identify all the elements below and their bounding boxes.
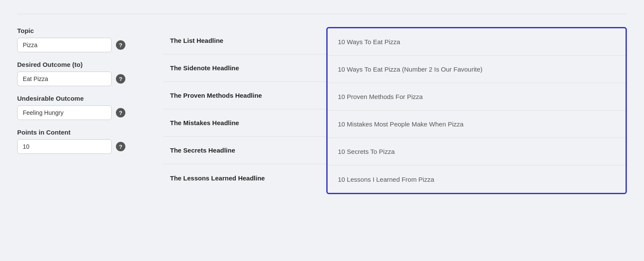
row-label-4: The Secrets Headline — [163, 137, 326, 164]
left-panel: Topic?Desired Outcome (to)?Undesirable O… — [17, 27, 137, 154]
label-desired_outcome: Desired Outcome (to) — [17, 61, 137, 68]
page-wrapper: Topic?Desired Outcome (to)?Undesirable O… — [0, 0, 644, 203]
row-label-1: The Sidenote Headline — [163, 54, 326, 82]
field-row-points_in_content: ? — [17, 139, 137, 154]
row-value-1: 10 Ways To Eat Pizza (Number 2 Is Our Fa… — [328, 56, 626, 83]
help-icon-points_in_content[interactable]: ? — [116, 142, 125, 151]
row-value-0: 10 Ways To Eat Pizza — [328, 28, 626, 56]
input-points_in_content[interactable] — [17, 139, 112, 154]
field-group-undesirable_outcome: Undesirable Outcome? — [17, 95, 137, 120]
label-points_in_content: Points in Content — [17, 129, 137, 136]
values-column: 10 Ways To Eat Pizza10 Ways To Eat Pizza… — [326, 27, 627, 194]
row-value-3: 10 Mistakes Most People Make When Pizza — [328, 111, 626, 138]
right-panel: The List HeadlineThe Sidenote HeadlineTh… — [163, 27, 627, 194]
row-label-5: The Lessons Learned Headline — [163, 164, 326, 192]
rows-wrapper: The List HeadlineThe Sidenote HeadlineTh… — [163, 27, 627, 194]
input-undesirable_outcome[interactable] — [17, 105, 112, 120]
input-desired_outcome[interactable] — [17, 72, 112, 86]
field-row-undesirable_outcome: ? — [17, 105, 137, 120]
help-icon-topic[interactable]: ? — [116, 40, 125, 50]
label-topic: Topic — [17, 27, 137, 34]
content-area: Topic?Desired Outcome (to)?Undesirable O… — [17, 27, 627, 194]
row-label-3: The Mistakes Headline — [163, 109, 326, 137]
row-value-2: 10 Proven Methods For Pizza — [328, 83, 626, 111]
field-group-desired_outcome: Desired Outcome (to)? — [17, 61, 137, 86]
labels-column: The List HeadlineThe Sidenote HeadlineTh… — [163, 27, 326, 194]
label-undesirable_outcome: Undesirable Outcome — [17, 95, 137, 102]
field-group-topic: Topic? — [17, 27, 137, 52]
field-group-points_in_content: Points in Content? — [17, 129, 137, 154]
row-label-0: The List Headline — [163, 27, 326, 54]
row-value-4: 10 Secrets To Pizza — [328, 138, 626, 165]
help-icon-undesirable_outcome[interactable]: ? — [116, 108, 125, 117]
row-label-2: The Proven Methods Headline — [163, 82, 326, 109]
row-value-5: 10 Lessons I Learned From Pizza — [328, 165, 626, 193]
field-row-topic: ? — [17, 38, 137, 52]
page-title — [17, 9, 627, 14]
field-row-desired_outcome: ? — [17, 72, 137, 86]
help-icon-desired_outcome[interactable]: ? — [116, 74, 125, 84]
input-topic[interactable] — [17, 38, 112, 52]
